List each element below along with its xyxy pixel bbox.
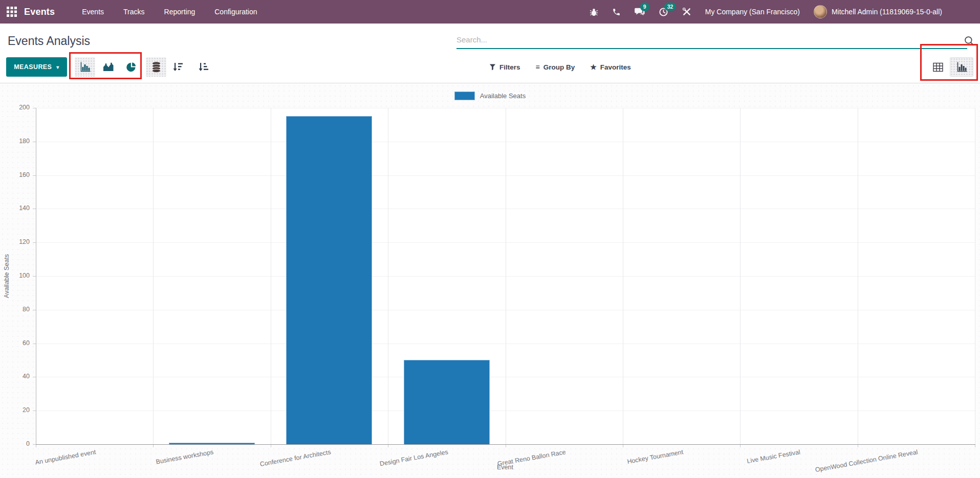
y-tick-label: 100: [0, 272, 30, 279]
sort-desc-icon: [172, 61, 184, 73]
bar-chart-mode-button[interactable]: [75, 57, 95, 77]
activities-badge: 32: [664, 3, 677, 11]
y-tick-label: 60: [0, 339, 30, 347]
y-tick-label: 120: [0, 238, 30, 245]
search-options-bar: Filters ≡ Group By ★ Favorites: [489, 60, 631, 74]
chart-bar[interactable]: [169, 443, 255, 444]
v-gridline: [858, 108, 858, 444]
y-tick-label: 160: [0, 171, 30, 178]
y-tick-label: 200: [0, 104, 30, 111]
group-by-icon: ≡: [536, 63, 540, 71]
sort-descending-button[interactable]: [169, 57, 187, 77]
company-switcher[interactable]: My Company (San Francisco): [705, 8, 800, 16]
group-by-menu-button[interactable]: ≡ Group By: [536, 63, 575, 71]
pivot-view-button[interactable]: [927, 57, 949, 77]
page-title: Events Analysis: [8, 34, 90, 48]
navbar-systray: 9 32 My Company (San Francisco) Mitchell…: [590, 5, 980, 18]
voip-phone-button[interactable]: [612, 8, 621, 16]
search-icon[interactable]: [964, 36, 975, 49]
control-panel: Events Analysis MEASURES ▾: [0, 24, 980, 83]
v-gridline: [506, 108, 506, 444]
menu-reporting[interactable]: Reporting: [155, 1, 205, 23]
stacked-database-icon: [151, 61, 162, 73]
caret-down-icon: ▾: [56, 64, 59, 70]
sort-ascending-button[interactable]: [194, 57, 213, 77]
chart-legend[interactable]: Available Seats: [0, 92, 980, 100]
x-tick-label: Hockey Tournament: [626, 448, 684, 465]
user-menu[interactable]: Mitchell Admin (11819069-15-0-all): [814, 5, 942, 18]
v-gridline: [388, 108, 388, 444]
tools-button[interactable]: [682, 7, 691, 16]
x-tick-label: Design Fair Los Angeles: [379, 448, 449, 467]
legend-swatch: [454, 92, 475, 100]
bar-chart-icon: [79, 61, 91, 73]
x-tick-label: An unpublished event: [35, 448, 97, 466]
app-name: Events: [24, 7, 55, 17]
menu-configuration[interactable]: Configuration: [205, 1, 267, 23]
y-axis-line: [36, 108, 36, 444]
graph-view-button[interactable]: [950, 57, 973, 77]
y-tick-label: 40: [0, 373, 30, 380]
user-avatar: [814, 5, 827, 18]
apps-menu-button[interactable]: [0, 7, 24, 17]
menu-events[interactable]: Events: [72, 1, 114, 23]
pie-chart-mode-button[interactable]: [121, 57, 141, 77]
stacked-toggle-button[interactable]: [146, 57, 166, 77]
user-name: Mitchell Admin (11819069-15-0-all): [832, 8, 942, 16]
y-tick-label: 0: [0, 440, 30, 447]
filter-funnel-icon: [489, 64, 496, 71]
tools-wrench-icon: [682, 7, 691, 16]
legend-label: Available Seats: [480, 92, 526, 100]
v-gridline: [271, 108, 271, 444]
favorites-menu-button[interactable]: ★ Favorites: [590, 63, 631, 71]
x-tick-label: Conference for Architects: [259, 448, 332, 468]
filters-menu-button[interactable]: Filters: [489, 63, 520, 71]
y-tick-label: 140: [0, 204, 30, 212]
messages-button[interactable]: 9: [635, 7, 645, 16]
activities-button[interactable]: 32: [659, 7, 668, 17]
v-gridline: [623, 108, 623, 444]
messages-badge: 9: [640, 3, 649, 11]
chart-bar[interactable]: [286, 116, 372, 444]
sort-asc-icon: [198, 61, 209, 73]
chart-bar[interactable]: [404, 360, 490, 444]
pie-chart-icon: [126, 62, 137, 73]
graph-view-icon: [956, 61, 968, 73]
top-navbar: Events Events Tracks Reporting Configura…: [0, 0, 980, 24]
star-icon: ★: [590, 63, 597, 71]
x-tick-label: Business workshops: [156, 448, 214, 466]
y-tick-label: 20: [0, 406, 30, 414]
bug-icon: [590, 8, 598, 16]
area-chart-icon: [102, 62, 114, 72]
debug-bug-button[interactable]: [590, 8, 598, 16]
y-tick-label: 80: [0, 306, 30, 313]
table-grid-icon: [932, 62, 944, 73]
v-gridline: [153, 108, 154, 444]
line-chart-mode-button[interactable]: [98, 57, 118, 77]
apps-grid-icon: [7, 7, 17, 17]
menu-tracks[interactable]: Tracks: [114, 1, 154, 23]
measures-button[interactable]: MEASURES ▾: [6, 57, 67, 77]
y-tick-label: 180: [0, 138, 30, 145]
bar-chart: Available Seats Available Seats Event 02…: [0, 83, 980, 478]
search-input[interactable]: [456, 31, 967, 49]
x-tick-label: Live Music Festival: [747, 448, 801, 465]
x-axis-line: [36, 444, 975, 445]
x-tick-label: OpenWood Collection Online Reveal: [815, 448, 919, 473]
phone-icon: [612, 8, 621, 16]
v-gridline: [975, 108, 975, 444]
v-gridline: [740, 108, 741, 444]
